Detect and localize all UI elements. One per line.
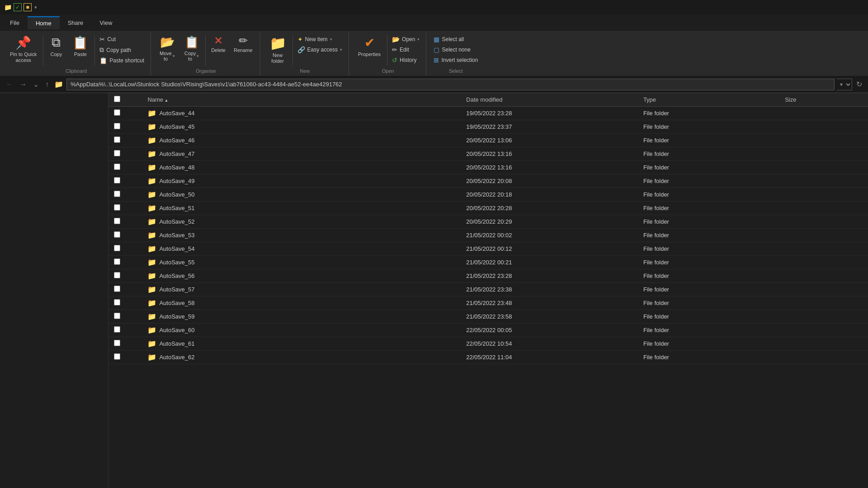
row-checkbox[interactable] — [114, 150, 120, 156]
new-folder-button[interactable]: 📁 New folder — [265, 33, 291, 66]
open-divider — [387, 35, 387, 66]
copy-path-button[interactable]: ⧉ Copy path — [97, 45, 147, 55]
copy-button[interactable]: ⧉ Copy — [45, 33, 67, 59]
table-row[interactable]: 📁 AutoSave_53 21/05/2022 00:02 File fold… — [108, 229, 868, 242]
up-button[interactable]: ↑ — [43, 80, 51, 89]
row-checkbox[interactable] — [114, 204, 120, 211]
back-button[interactable]: ← — [4, 80, 15, 89]
new-folder-icon: 📁 — [269, 35, 286, 51]
properties-button[interactable]: ✔ Properties — [354, 33, 385, 59]
paste-button[interactable]: 📋 Paste — [68, 33, 93, 59]
table-row[interactable]: 📁 AutoSave_47 20/05/2022 13:16 File fold… — [108, 147, 868, 161]
row-size — [779, 202, 868, 215]
table-row[interactable]: 📁 AutoSave_52 20/05/2022 20:29 File fold… — [108, 215, 868, 229]
row-checkbox[interactable] — [114, 136, 120, 143]
table-row[interactable]: 📁 AutoSave_57 21/05/2022 23:38 File fold… — [108, 283, 868, 296]
copy-to-icon: 📋 — [184, 35, 199, 49]
ribbon-group-new: 📁 New folder ✦ New item ▾ 🔗 Easy access … — [261, 33, 349, 76]
new-item-label: New item — [305, 36, 328, 42]
open-icon: 📂 — [392, 36, 400, 43]
row-checkbox[interactable] — [114, 353, 120, 360]
col-header-name[interactable]: Name — [142, 93, 461, 107]
table-row[interactable]: 📁 AutoSave_49 20/05/2022 20:08 File fold… — [108, 174, 868, 188]
address-dropdown[interactable]: ▾ — [836, 79, 852, 90]
pin-to-quick-access-button[interactable]: 📌 Pin to Quick access — [5, 33, 41, 65]
forward-button[interactable]: → — [17, 80, 29, 89]
open-button[interactable]: 📂 Open ▾ — [389, 34, 422, 44]
table-row[interactable]: 📁 AutoSave_48 20/05/2022 13:16 File fold… — [108, 161, 868, 174]
cut-button[interactable]: ✂ Cut — [97, 34, 147, 44]
copy-path-label: Copy path — [106, 47, 131, 53]
address-input[interactable] — [66, 79, 835, 90]
col-header-size[interactable]: Size — [779, 93, 868, 107]
select-small-group: ▦ Select all ▢ Select none ⊠ Invert sele… — [431, 34, 481, 65]
move-to-button[interactable]: 📂 Moveto ▾ — [156, 33, 179, 63]
copy-to-button[interactable]: 📋 Copyto ▾ — [180, 33, 203, 63]
paste-shortcut-button[interactable]: 📋 Paste shortcut — [97, 56, 147, 66]
table-row[interactable]: 📁 AutoSave_54 21/05/2022 00:12 File fold… — [108, 242, 868, 256]
table-row[interactable]: 📁 AutoSave_59 21/05/2022 23:58 File fold… — [108, 310, 868, 324]
table-row[interactable]: 📁 AutoSave_60 22/05/2022 00:05 File fold… — [108, 324, 868, 337]
table-row[interactable]: 📁 AutoSave_51 20/05/2022 20:28 File fold… — [108, 202, 868, 215]
refresh-button[interactable]: ↻ — [854, 79, 864, 89]
row-name: 📁 AutoSave_54 — [142, 242, 461, 256]
row-checkbox[interactable] — [114, 286, 120, 292]
row-size — [779, 242, 868, 256]
row-type: File folder — [638, 161, 779, 174]
tab-file[interactable]: File — [2, 17, 28, 29]
rename-button[interactable]: ✏ Rename — [230, 33, 256, 55]
window-check-icon: ✓ — [14, 3, 22, 11]
row-name: 📁 AutoSave_61 — [142, 337, 461, 351]
row-checkbox[interactable] — [114, 299, 120, 305]
row-checkbox[interactable] — [114, 218, 120, 224]
row-checkbox[interactable] — [114, 123, 120, 129]
table-row[interactable]: 📁 AutoSave_46 20/05/2022 13:06 File fold… — [108, 134, 868, 147]
file-area: Name Date modified Type Size 📁 AutoSave_… — [0, 93, 868, 488]
col-header-type[interactable]: Type — [638, 93, 779, 107]
table-row[interactable]: 📁 AutoSave_58 21/05/2022 23:48 File fold… — [108, 296, 868, 310]
quick-access-arrow[interactable]: ▾ — [34, 5, 37, 10]
recent-locations-button[interactable]: ⌄ — [31, 79, 41, 89]
select-none-button[interactable]: ▢ Select none — [431, 45, 481, 55]
table-row[interactable]: 📁 AutoSave_45 19/05/2022 23:37 File fold… — [108, 120, 868, 134]
copy-to-label: Copyto — [184, 51, 196, 61]
table-row[interactable]: 📁 AutoSave_61 22/05/2022 10:54 File fold… — [108, 337, 868, 351]
file-name: AutoSave_57 — [159, 286, 194, 293]
table-row[interactable]: 📁 AutoSave_62 22/05/2022 11:04 File fold… — [108, 351, 868, 364]
row-checkbox[interactable] — [114, 313, 120, 319]
invert-selection-button[interactable]: ⊠ Invert selection — [431, 55, 481, 65]
row-checkbox[interactable] — [114, 191, 120, 197]
delete-button[interactable]: ✕ Delete — [208, 33, 229, 55]
edit-button[interactable]: ✏ Edit — [389, 45, 422, 55]
easy-access-button[interactable]: 🔗 Easy access ▾ — [295, 45, 345, 55]
table-row[interactable]: 📁 AutoSave_56 21/05/2022 23:28 File fold… — [108, 269, 868, 283]
row-checkbox[interactable] — [114, 164, 120, 170]
copy-to-dropdown-icon: ▾ — [197, 54, 199, 58]
tab-share[interactable]: Share — [60, 17, 92, 29]
row-checkbox[interactable] — [114, 177, 120, 183]
row-checkbox[interactable] — [114, 326, 120, 333]
row-date: 20/05/2022 13:06 — [461, 134, 638, 147]
tab-home[interactable]: Home — [28, 16, 60, 29]
table-row[interactable]: 📁 AutoSave_50 20/05/2022 20:18 File fold… — [108, 188, 868, 202]
move-to-dropdown-icon: ▾ — [173, 54, 175, 58]
header-checkbox[interactable] — [114, 96, 120, 102]
table-row[interactable]: 📁 AutoSave_44 19/05/2022 23:28 File fold… — [108, 107, 868, 120]
row-name: 📁 AutoSave_46 — [142, 134, 461, 147]
row-checkbox[interactable] — [114, 231, 120, 238]
row-checkbox[interactable] — [114, 340, 120, 346]
history-button[interactable]: ↺ History — [389, 55, 422, 65]
row-checkbox[interactable] — [114, 272, 120, 278]
new-item-button[interactable]: ✦ New item ▾ — [295, 34, 345, 44]
col-header-date[interactable]: Date modified — [461, 93, 638, 107]
row-size — [779, 134, 868, 147]
row-checkbox[interactable] — [114, 109, 120, 116]
table-row[interactable]: 📁 AutoSave_55 21/05/2022 00:21 File fold… — [108, 256, 868, 269]
scissors-icon: ✂ — [99, 36, 105, 43]
select-all-button[interactable]: ▦ Select all — [431, 34, 481, 44]
row-checkbox[interactable] — [114, 245, 120, 251]
table-header: Name Date modified Type Size — [108, 93, 868, 107]
row-date: 21/05/2022 00:02 — [461, 229, 638, 242]
row-checkbox[interactable] — [114, 258, 120, 265]
tab-view[interactable]: View — [91, 17, 120, 29]
